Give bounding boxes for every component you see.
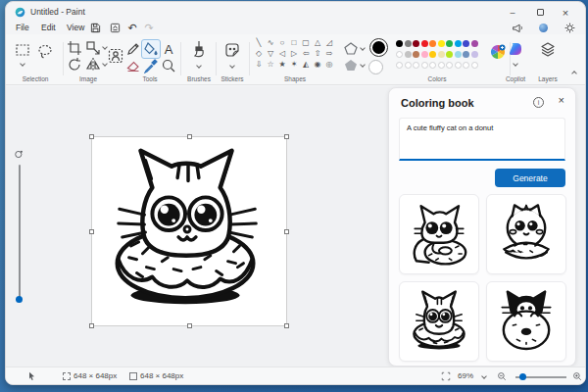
zoom-dropdown-chevron[interactable] xyxy=(481,373,487,379)
brushes-dropdown-chevron[interactable] xyxy=(196,63,202,69)
remove-background-icon[interactable] xyxy=(108,48,123,64)
shape-icon[interactable]: ▢ xyxy=(300,37,312,48)
shape-icon[interactable]: ★ xyxy=(276,59,288,70)
selection-handle[interactable] xyxy=(89,323,94,328)
shape-icon[interactable]: ○ xyxy=(276,37,288,48)
palette-color[interactable] xyxy=(455,51,462,58)
info-icon[interactable]: i xyxy=(533,97,544,108)
fill-bucket-icon[interactable] xyxy=(143,41,159,57)
palette-color[interactable] xyxy=(405,51,412,58)
generate-button[interactable]: Generate xyxy=(495,169,565,187)
palette-color[interactable] xyxy=(396,62,403,69)
palette-color[interactable] xyxy=(463,51,469,58)
selection-handle[interactable] xyxy=(284,134,289,139)
shape-icon[interactable]: □ xyxy=(288,37,300,48)
shape-fill-icon[interactable] xyxy=(343,58,359,74)
shape-icon[interactable]: ◭ xyxy=(300,59,312,70)
shape-icon[interactable]: ▷ xyxy=(288,48,300,59)
selection-handle[interactable] xyxy=(187,323,192,328)
shape-outline-icon[interactable] xyxy=(343,41,359,57)
prompt-input[interactable]: A cute fluffy cat on a donut xyxy=(399,118,565,161)
palette-color[interactable] xyxy=(438,51,445,58)
palette-color[interactable] xyxy=(413,62,419,69)
palette-color[interactable] xyxy=(471,40,478,47)
selection-handle[interactable] xyxy=(89,229,94,234)
shape-icon[interactable]: ⇦ xyxy=(300,48,312,59)
minimize-button[interactable]: – xyxy=(501,5,524,20)
palette-color[interactable] xyxy=(421,62,428,69)
flip-icon[interactable] xyxy=(85,57,101,73)
selection-handle[interactable] xyxy=(284,229,289,234)
shape-icon[interactable]: ⇨ xyxy=(323,48,335,59)
palette-color[interactable] xyxy=(405,62,412,69)
palette-color[interactable] xyxy=(455,40,462,47)
zoom-level-value[interactable]: 69% xyxy=(458,371,473,380)
menu-edit[interactable]: Edit xyxy=(37,22,60,33)
panel-close-icon[interactable]: × xyxy=(559,94,564,106)
account-sphere-icon[interactable] xyxy=(537,22,550,34)
palette-color[interactable] xyxy=(463,40,469,47)
maximize-button[interactable] xyxy=(528,5,552,20)
close-button[interactable]: × xyxy=(554,5,577,20)
save-as-icon[interactable] xyxy=(108,21,122,34)
zoom-out-icon[interactable] xyxy=(497,371,507,381)
palette-color[interactable] xyxy=(471,51,478,58)
palette-color[interactable] xyxy=(429,62,436,69)
palette-color[interactable] xyxy=(438,62,445,69)
brush-icon[interactable] xyxy=(191,40,207,56)
palette-color[interactable] xyxy=(455,62,462,69)
palette-color[interactable] xyxy=(421,40,428,47)
shape-icon[interactable]: ◇ xyxy=(253,48,265,59)
shape-icon[interactable]: ▽ xyxy=(265,48,276,59)
shape-icon[interactable]: ☆ xyxy=(265,59,276,70)
zoom-in-icon[interactable] xyxy=(572,371,582,381)
selection-dropdown-chevron[interactable] xyxy=(20,61,25,67)
menu-file[interactable]: File xyxy=(12,22,33,33)
copilot-icon[interactable] xyxy=(508,41,523,57)
lasso-select-icon[interactable] xyxy=(37,43,53,59)
palette-color[interactable] xyxy=(463,62,469,69)
palette-color[interactable] xyxy=(438,40,445,47)
eraser-icon[interactable] xyxy=(125,58,141,74)
palette-color[interactable] xyxy=(413,51,419,58)
selection-handle[interactable] xyxy=(187,134,192,139)
crop-icon[interactable] xyxy=(67,40,82,56)
shape-icon[interactable]: ◿ xyxy=(323,37,335,48)
shape-icon[interactable]: △ xyxy=(312,37,323,48)
pencil-icon[interactable] xyxy=(125,41,141,57)
result-thumbnail-1[interactable] xyxy=(399,194,479,274)
stickers-dropdown-chevron[interactable] xyxy=(229,63,235,69)
collapse-ribbon-chevron[interactable] xyxy=(571,71,577,76)
feedback-icon[interactable] xyxy=(512,22,524,34)
shape-icon[interactable]: ◎ xyxy=(323,59,335,70)
shape-icon[interactable]: ◉ xyxy=(312,59,323,70)
palette-color[interactable] xyxy=(471,62,478,69)
palette-color[interactable] xyxy=(396,40,403,47)
shape-icon[interactable]: ⇧ xyxy=(312,48,323,59)
outline-dropdown-chevron[interactable] xyxy=(360,45,366,51)
palette-color[interactable] xyxy=(413,40,419,47)
result-thumbnail-2[interactable] xyxy=(486,194,566,274)
magnifier-icon[interactable] xyxy=(161,58,176,74)
flip-dropdown-chevron[interactable] xyxy=(102,61,108,67)
color-picker-icon[interactable] xyxy=(143,58,159,74)
shape-icon[interactable]: ⇩ xyxy=(253,59,265,70)
selection-handle[interactable] xyxy=(89,134,94,139)
save-icon[interactable] xyxy=(88,21,102,34)
rotate-icon[interactable] xyxy=(67,57,82,73)
sticker-icon[interactable] xyxy=(224,42,240,58)
shape-icon[interactable]: ✶ xyxy=(288,59,300,70)
resize-icon[interactable] xyxy=(85,40,101,56)
copilot-dropdown-chevron[interactable] xyxy=(513,61,518,67)
shape-icon[interactable]: ◁ xyxy=(276,48,288,59)
color2-swatch[interactable] xyxy=(368,60,383,74)
palette-color[interactable] xyxy=(405,40,412,47)
color1-swatch[interactable] xyxy=(370,39,387,56)
palette-color[interactable] xyxy=(446,51,453,58)
text-tool-icon[interactable]: A xyxy=(161,41,176,57)
palette-color[interactable] xyxy=(446,40,453,47)
redo-icon[interactable]: ↷ xyxy=(142,21,156,34)
palette-color[interactable] xyxy=(429,40,436,47)
thickness-slider-thumb[interactable] xyxy=(16,296,23,303)
selection-handle[interactable] xyxy=(284,323,289,328)
